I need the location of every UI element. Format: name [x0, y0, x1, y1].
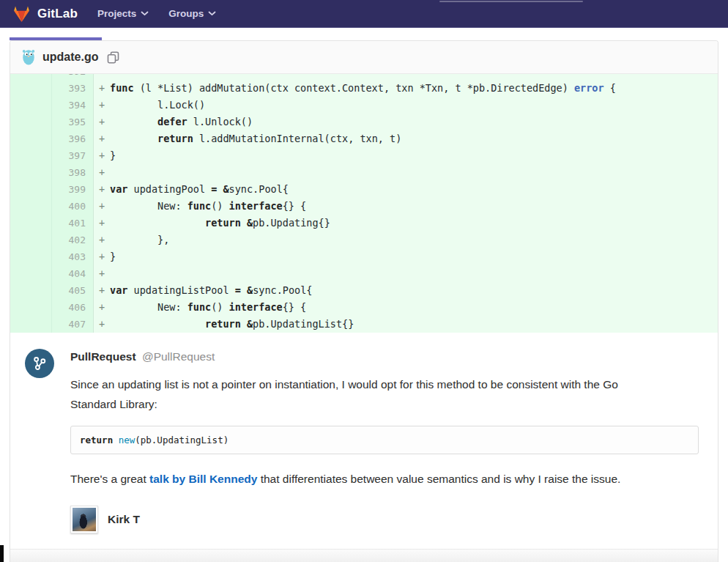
new-line-number[interactable]: 401	[52, 215, 94, 232]
old-line-number[interactable]	[10, 215, 52, 232]
diff-code: + New: func() interface{} {	[94, 299, 718, 316]
new-line-number[interactable]: 392	[52, 74, 94, 80]
diff-line: 395+ defer l.Unlock()	[10, 114, 718, 130]
new-line-number[interactable]: 399	[52, 181, 94, 198]
new-line-number[interactable]: 398	[52, 164, 94, 181]
chevron-down-icon	[208, 11, 216, 16]
gitlab-logo[interactable]: GitLab	[12, 5, 78, 23]
diff-plus-sign: +	[99, 316, 110, 333]
old-line-number[interactable]	[10, 299, 52, 316]
reply-row: Kirk T	[70, 506, 699, 533]
nav-projects-menu[interactable]: Projects	[97, 8, 149, 19]
old-line-number[interactable]	[10, 147, 52, 164]
go-gopher-icon	[22, 48, 35, 66]
top-navbar: GitLab Projects Groups	[0, 0, 728, 28]
diff-line: 402+ },	[10, 232, 718, 248]
diff-code: + return &pb.Updating{}	[94, 215, 718, 232]
old-line-number[interactable]	[10, 248, 52, 265]
new-line-number[interactable]: 403	[52, 248, 94, 265]
pullrequest-branch-icon	[31, 355, 48, 372]
comment-code-block: return new(pb.UpdatingList)	[70, 426, 699, 454]
diff-plus-sign: +	[99, 299, 110, 316]
diff-line: 401+ return &pb.Updating{}	[10, 215, 718, 232]
diff-line: 404+	[10, 265, 718, 282]
diff-plus-sign: +	[99, 130, 110, 147]
diff-code: +var updatingListPool = &sync.Pool{	[94, 282, 718, 299]
gitlab-tanuki-icon	[12, 5, 31, 23]
copy-file-path-button[interactable]	[107, 51, 119, 64]
diff-code: + },	[94, 232, 718, 248]
new-line-number[interactable]: 404	[52, 265, 94, 282]
new-line-number[interactable]: 400	[52, 198, 94, 215]
old-line-number[interactable]	[10, 265, 52, 282]
file-name[interactable]: update.go	[42, 51, 98, 64]
diff-code: +}	[94, 147, 718, 164]
new-line-number[interactable]: 396	[52, 130, 94, 147]
diff-line: 400+ New: func() interface{} {	[10, 198, 718, 215]
diff-plus-sign: +	[99, 147, 110, 164]
diff-line: 399+var updatingPool = &sync.Pool{	[10, 181, 718, 198]
diff-line: 407+ return &pb.UpdatingList{}	[10, 316, 718, 333]
paragraph2-text-post: that differentiates between value semant…	[257, 473, 620, 485]
diff-plus-sign: +	[99, 248, 110, 265]
old-line-number[interactable]	[10, 282, 52, 299]
old-line-number[interactable]	[10, 80, 52, 97]
tab-strip	[0, 28, 728, 40]
diff-line: 405+var updatingListPool = &sync.Pool{	[10, 282, 718, 299]
diff-viewport: 392+393+func (l *List) addMutation(ctx c…	[10, 74, 718, 333]
old-line-number[interactable]	[10, 164, 52, 181]
old-line-number[interactable]	[10, 232, 52, 248]
new-line-number[interactable]: 406	[52, 299, 94, 316]
diff-plus-sign: +	[99, 164, 110, 181]
screenshot-edge-artifact	[0, 545, 4, 562]
old-line-number[interactable]	[10, 74, 52, 80]
new-line-number[interactable]: 394	[52, 97, 94, 114]
diff-code: + l.Lock()	[94, 97, 718, 114]
diff-code: +	[94, 74, 718, 80]
bill-kennedy-talk-link[interactable]: talk by Bill Kennedy	[149, 473, 257, 485]
comment-body: Since an updating list is not a pointer …	[70, 374, 699, 414]
old-line-number[interactable]	[10, 130, 52, 147]
diff-code: + New: func() interface{} {	[94, 198, 718, 215]
old-line-number[interactable]	[10, 198, 52, 215]
old-line-number[interactable]	[10, 97, 52, 114]
nav-groups-menu[interactable]: Groups	[168, 8, 216, 19]
diff-code: + defer l.Unlock()	[94, 114, 718, 130]
comment-paragraph-2: There's a great talk by Bill Kennedy tha…	[70, 470, 699, 488]
new-line-number[interactable]: 393	[52, 80, 94, 97]
new-line-number[interactable]: 395	[52, 114, 94, 130]
new-line-number[interactable]: 402	[52, 232, 94, 248]
old-line-number[interactable]	[10, 114, 52, 130]
comment-body-line2: Standard Library:	[70, 394, 699, 414]
comment-body-line1: Since an updating list is not a pointer …	[70, 374, 699, 394]
new-line-number[interactable]: 405	[52, 282, 94, 299]
new-line-number[interactable]: 407	[52, 316, 94, 333]
nav-groups-label: Groups	[168, 8, 204, 19]
diff-line: 397+}	[10, 147, 718, 164]
diff-code: +func (l *List) addMutation(ctx context.…	[94, 80, 718, 97]
diff-plus-sign: +	[99, 215, 110, 232]
diff-plus-sign: +	[99, 198, 110, 215]
comment-author-name[interactable]: PullRequest	[70, 350, 136, 363]
old-line-number[interactable]	[10, 316, 52, 333]
chevron-down-icon	[141, 11, 149, 16]
diff-line: 393+func (l *List) addMutation(ctx conte…	[10, 80, 718, 97]
reply-author-name[interactable]: Kirk T	[108, 513, 140, 526]
pullrequest-avatar[interactable]	[25, 349, 54, 378]
new-line-number[interactable]: 397	[52, 147, 94, 164]
old-line-number[interactable]	[10, 181, 52, 198]
diff-line: 396+ return l.addMutationInternal(ctx, t…	[10, 130, 718, 147]
comment-author-handle: @PullRequest	[142, 350, 215, 363]
diff-plus-sign: +	[99, 282, 110, 299]
diff-code: +var updatingPool = &sync.Pool{	[94, 181, 718, 198]
diff-plus-sign: +	[99, 80, 110, 97]
diff-plus-sign: +	[99, 181, 110, 198]
diff-line: 392+	[10, 74, 718, 80]
kirk-avatar-photo	[73, 508, 96, 531]
comment-author-line: PullRequest @PullRequest	[70, 349, 699, 363]
search-box-clipped[interactable]	[439, 1, 583, 2]
active-tab-indicator	[10, 37, 102, 40]
kirk-avatar[interactable]	[70, 506, 98, 533]
diff-plus-sign: +	[99, 97, 110, 114]
nav-projects-label: Projects	[97, 8, 136, 19]
